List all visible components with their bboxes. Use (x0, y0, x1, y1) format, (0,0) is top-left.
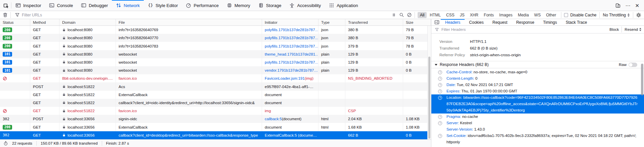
divider (633, 12, 633, 18)
details-tab-stack-trace[interactable]: Stack Trace (561, 19, 591, 25)
filter-pill-css[interactable]: CSS (444, 12, 457, 18)
request-row[interactable]: GET 8bit-solutions-dev.onelogin.… favico… (0, 74, 431, 82)
initiator-link[interactable]: FaviconLoader.jsm:191 (265, 76, 305, 80)
initiator-link[interactable]: callback:5 (265, 117, 282, 121)
filter-pill-fonts[interactable]: Fonts (481, 12, 496, 18)
filter-pill-other[interactable]: Other (544, 12, 558, 18)
column-header-file[interactable]: File (116, 19, 262, 25)
details-tab-cookies[interactable]: Cookies (465, 19, 488, 25)
initiator-link[interactable]: vendor.1791b137de281b787… (265, 68, 318, 72)
tab-inspector[interactable]: Inspector (11, 0, 45, 11)
column-header-initiator[interactable]: Initiator (262, 19, 318, 25)
throttling-select[interactable]: No Throttling (602, 13, 630, 17)
filter-pill-all[interactable]: All (418, 12, 427, 18)
response-header-row[interactable]: ? Expires Thu, 01 Jan 1970 00:00:00 GMT (431, 88, 644, 94)
initiator-link[interactable]: polyfills.1791b137de281b787… (265, 28, 318, 32)
help-icon[interactable]: ? (438, 77, 442, 81)
request-row[interactable]: 302 GET localhost:33656 callback?client_… (0, 131, 431, 139)
block-button[interactable]: Block (609, 27, 619, 31)
response-header-row[interactable]: Server-Version 1.43.0 (431, 126, 644, 133)
pause-traffic-icon[interactable] (391, 12, 396, 17)
help-icon[interactable]: ? (438, 121, 442, 125)
response-header-row[interactable]: ? Pragma no-cache (431, 114, 644, 120)
filter-urls-input[interactable]: Filter URLs (13, 12, 389, 17)
column-header-method[interactable]: Method (30, 19, 59, 25)
request-row[interactable]: 101 GET localhost:8080 websocket vendor.… (0, 66, 431, 74)
response-headers-section-header[interactable]: Response Headers (662 B) Raw (431, 61, 644, 68)
network-settings-gear-icon[interactable] (636, 12, 641, 18)
response-header-row[interactable]: ? Location bitwarden://sso-callback?code… (431, 94, 644, 114)
tab-application[interactable]: Application (325, 0, 362, 11)
tab-memory[interactable]: Memory (223, 0, 254, 11)
initiator-link[interactable]: polyfills.1791b137de281b787… (265, 44, 318, 48)
pick-element-icon[interactable] (3, 3, 9, 8)
tab-style-editor[interactable]: {} Style Editor (144, 0, 182, 11)
table-scrollbar[interactable] (427, 26, 431, 139)
divider (10, 12, 11, 18)
details-tab-response[interactable]: Response (512, 19, 539, 25)
response-header-row[interactable]: ? Cache-Control no-store, no-cache, max-… (431, 69, 644, 75)
resend-button[interactable]: Resend (625, 27, 641, 31)
clear-requests-icon[interactable] (3, 12, 8, 17)
response-header-row[interactable]: X-Rate-Limit-Limit 1m (431, 145, 644, 147)
details-scrollbar-thumb[interactable] (641, 64, 643, 95)
close-icon[interactable]: ✕ (635, 3, 639, 8)
request-row[interactable]: 200 GET localhost:8080 info?t=1635826640… (0, 34, 431, 42)
request-row[interactable]: GET localhost:51822 favicon.ico img CSP (0, 107, 431, 115)
help-icon[interactable]: ? (438, 134, 442, 138)
help-icon[interactable]: ? (438, 70, 442, 74)
column-header-status[interactable]: Status (0, 19, 30, 25)
disable-cache-label: Disable Cache (570, 13, 596, 17)
request-row[interactable]: 200 GET localhost:33656 ExternalCallback… (0, 123, 431, 131)
details-tab-headers[interactable]: Headers (441, 19, 465, 25)
help-icon[interactable]: ? (438, 89, 442, 93)
details-tab-request[interactable]: Request (488, 19, 512, 25)
help-icon[interactable]: ? (438, 96, 442, 100)
request-row[interactable]: 101 GET localhost:8080 websocket polyfil… (0, 58, 431, 66)
initiator-link[interactable]: polyfills.1791b137de281b787… (265, 60, 318, 64)
responsive-design-icon[interactable] (615, 3, 620, 8)
stopwatch-icon[interactable] (3, 141, 8, 146)
request-row[interactable]: GET localhost:51822 callback?client_id=o… (0, 99, 431, 107)
tab-console[interactable]: Console (45, 0, 77, 11)
initiator-link[interactable]: theme_head.1791b137de281… (265, 52, 318, 56)
column-header-size[interactable]: Size (403, 19, 431, 25)
request-row[interactable]: 101 GET localhost:8080 websocket theme_h… (0, 50, 431, 58)
initiator-link[interactable]: polyfills.1791b137de281b787… (265, 36, 318, 40)
help-icon[interactable]: ? (438, 115, 442, 119)
column-header-type[interactable]: Type (318, 19, 345, 25)
meatball-menu-icon[interactable]: ⋯ (625, 3, 630, 8)
column-header-transferred[interactable]: Transferred (345, 19, 403, 25)
request-row[interactable]: 200 GET localhost:8080 info?t=1635826640… (0, 42, 431, 50)
collapse-panel-icon[interactable] (434, 20, 439, 25)
response-header-row[interactable]: ? Content-Length 0 (431, 75, 644, 82)
tab-storage[interactable]: Storage (254, 0, 286, 11)
disable-cache-checkbox[interactable]: Disable Cache (564, 13, 596, 17)
filter-pill-js[interactable]: JS (458, 12, 467, 18)
request-row[interactable]: GET localhost:51822 ExternalCallback doc… (0, 91, 431, 99)
tab-network[interactable]: Network (112, 0, 144, 11)
raw-toggle[interactable] (629, 63, 637, 67)
request-row[interactable]: 302 POST localhost:33656 signin-oidc cal… (0, 115, 431, 123)
request-row[interactable]: POST localhost:51822 Acs e957f897-042e-4… (0, 82, 431, 90)
tab-performance[interactable]: Performance (182, 0, 222, 11)
filter-pill-ws[interactable]: WS (532, 12, 543, 18)
response-header-row[interactable]: ? Date Tue, 02 Nov 2021 04:17:21 GMT (431, 82, 644, 88)
help-icon[interactable]: ? (438, 83, 442, 87)
details-tab-timings[interactable]: Timings (539, 19, 561, 25)
request-row[interactable]: 200 GET localhost:8080 info?t=1635826640… (0, 26, 431, 34)
scrollbar-thumb[interactable] (428, 57, 430, 139)
response-header-row[interactable]: ? Set-Cookie idsrv=adf6cba1-7075-402b-9e… (431, 133, 644, 145)
block-url-icon[interactable] (407, 12, 412, 17)
search-icon[interactable] (399, 12, 404, 17)
filter-pill-images[interactable]: Images (497, 12, 515, 18)
tab-debugger[interactable]: Debugger (77, 0, 112, 11)
filter-pill-xhr[interactable]: XHR (468, 12, 481, 18)
filter-headers-input[interactable]: Filter Headers (441, 27, 607, 31)
column-header-domain[interactable]: Domain (59, 19, 116, 25)
filter-pill-html[interactable]: HTML (427, 12, 443, 18)
transferred-cell: 129 B (345, 58, 403, 66)
filter-pill-media[interactable]: Media (515, 12, 531, 18)
tab-accessibility[interactable]: Accessibility (285, 0, 325, 11)
response-header-row[interactable]: ? Server Kestrel (431, 120, 644, 126)
